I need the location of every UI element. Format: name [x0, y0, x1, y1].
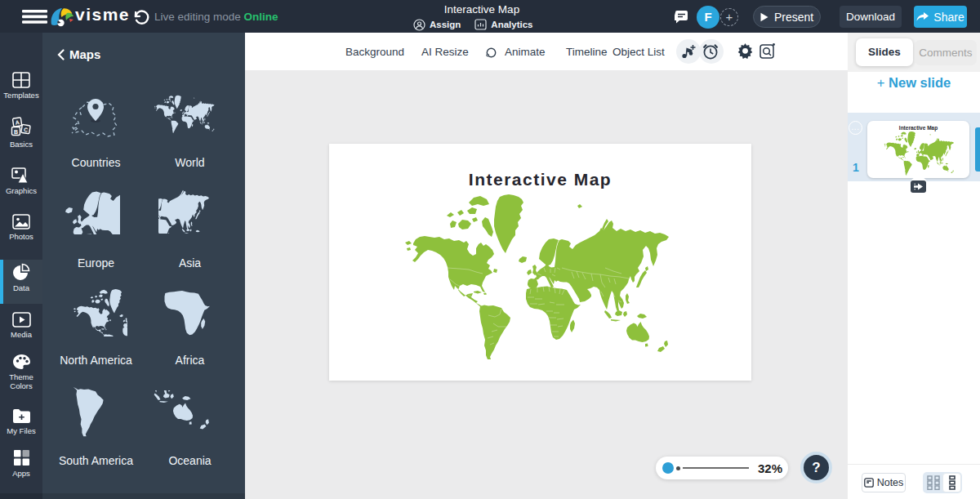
svg-text:A: A — [15, 119, 20, 126]
svg-text:B: B — [14, 129, 18, 135]
svg-text:C: C — [24, 127, 29, 133]
